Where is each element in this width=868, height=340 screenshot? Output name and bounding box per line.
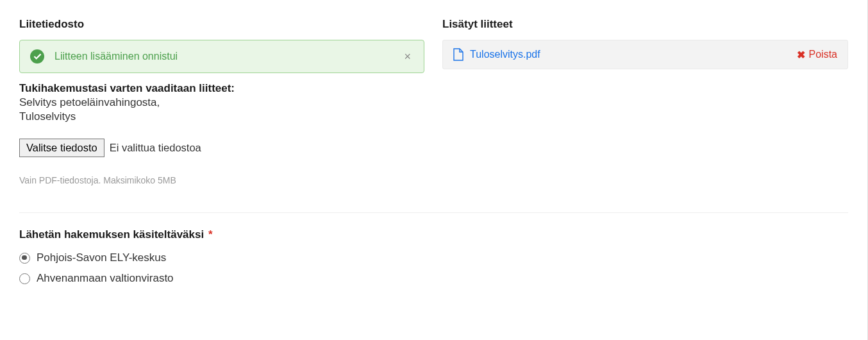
radio-label: Pohjois-Savon ELY-keskus bbox=[37, 251, 166, 264]
file-attachment-heading: Liitetiedosto bbox=[19, 18, 424, 31]
required-indicator: * bbox=[208, 228, 213, 241]
radio-button-checked[interactable] bbox=[19, 253, 30, 264]
requirements-line-1: Selvitys petoeläinvahingosta, bbox=[19, 96, 424, 109]
destination-option-1[interactable]: Pohjois-Savon ELY-keskus bbox=[19, 251, 848, 264]
destination-label: Lähetän hakemuksen käsiteltäväksi * bbox=[19, 228, 848, 241]
radio-button-unchecked[interactable] bbox=[19, 273, 30, 284]
close-icon[interactable]: × bbox=[401, 51, 413, 62]
attachment-file-link[interactable]: Tuloselvitys.pdf bbox=[470, 49, 797, 60]
requirements-line-2: Tuloselvitys bbox=[19, 110, 424, 123]
file-picker: Valitse tiedosto Ei valittua tiedostoa bbox=[19, 139, 424, 157]
attachment-row: Tuloselvitys.pdf ✖ Poista bbox=[442, 40, 848, 69]
remove-attachment-button[interactable]: ✖ Poista bbox=[797, 49, 837, 61]
destination-option-2[interactable]: Ahvenanmaan valtionvirasto bbox=[19, 272, 848, 285]
added-attachments-heading: Lisätyt liitteet bbox=[442, 18, 848, 31]
file-icon bbox=[453, 48, 463, 61]
check-circle-icon bbox=[30, 49, 44, 64]
remove-x-icon: ✖ bbox=[797, 49, 805, 61]
choose-file-button[interactable]: Valitse tiedosto bbox=[19, 139, 104, 157]
remove-label: Poista bbox=[809, 49, 837, 60]
success-alert: Liitteen lisääminen onnistui × bbox=[19, 40, 424, 73]
section-divider bbox=[19, 212, 848, 213]
file-status-text: Ei valittua tiedostoa bbox=[110, 142, 201, 154]
success-alert-text: Liitteen lisääminen onnistui bbox=[54, 51, 401, 62]
radio-label: Ahvenanmaan valtionvirasto bbox=[37, 272, 174, 285]
requirements-block: Tukihakemustasi varten vaaditaan liittee… bbox=[19, 82, 424, 123]
file-hint-text: Vain PDF-tiedostoja. Maksimikoko 5MB bbox=[19, 175, 424, 185]
requirements-label: Tukihakemustasi varten vaaditaan liittee… bbox=[19, 82, 424, 95]
